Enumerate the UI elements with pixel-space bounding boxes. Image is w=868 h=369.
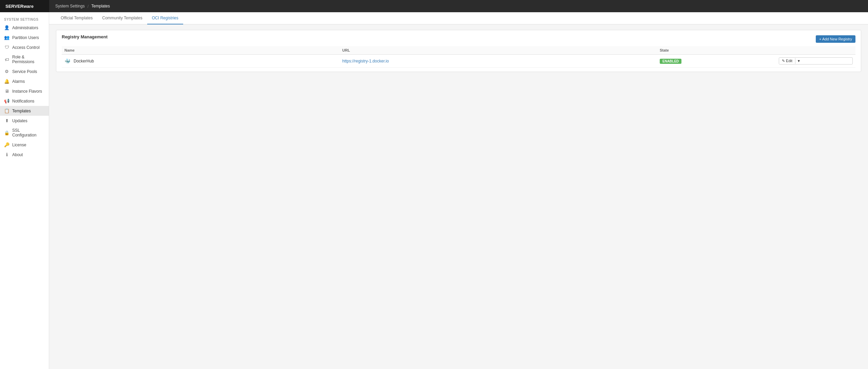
table-header-row: Registry Management + Add New Registry	[62, 34, 855, 43]
tab-official-templates[interactable]: Official Templates	[56, 12, 97, 24]
col-state: State	[657, 46, 776, 55]
registry-actions-cell: ✎ Edit ▼	[776, 55, 855, 68]
sidebar-item-label-templates: Templates	[12, 109, 31, 113]
sidebar-item-administrators[interactable]: 👤 Administrators	[0, 23, 49, 33]
topnav-system-settings[interactable]: System Settings	[53, 4, 87, 8]
administrators-icon: 👤	[4, 25, 9, 30]
table-row: 🐳 DockerHub https://registry-1.docker.io…	[62, 55, 855, 68]
notifications-icon: 📢	[4, 98, 9, 104]
table-header-columns: Name URL State	[62, 46, 855, 55]
sidebar-item-access-control[interactable]: 🛡 Access Control	[0, 42, 49, 52]
tab-oci-registries[interactable]: OCI Registries	[147, 12, 183, 24]
templates-icon: 📋	[4, 108, 9, 113]
tabs-container: Official TemplatesCommunity TemplatesOCI…	[49, 12, 868, 24]
sidebar-item-notifications[interactable]: 📢 Notifications	[0, 96, 49, 106]
top-navigation: System Settings / Templates	[49, 0, 116, 12]
edit-dropdown-button[interactable]: ▼	[795, 58, 802, 64]
license-icon: 🔑	[4, 142, 9, 147]
table-body: 🐳 DockerHub https://registry-1.docker.io…	[62, 55, 855, 68]
sidebar-item-label-instance-flavors: Instance Flavors	[12, 89, 42, 94]
registry-name-cell: 🐳 DockerHub	[62, 55, 340, 68]
status-badge: ENABLED	[660, 59, 681, 64]
registry-table: Name URL State 🐳 DockerHub https://regis…	[62, 46, 855, 68]
sidebar-item-label-partition-users: Partition Users	[12, 35, 39, 40]
sidebar-item-label-access-control: Access Control	[12, 45, 40, 50]
about-icon: ℹ	[4, 152, 9, 157]
sidebar-item-label-alarms: Alarms	[12, 79, 25, 84]
sidebar-item-label-role-permissions: Role & Permissions	[12, 55, 45, 64]
registry-url-link[interactable]: https://registry-1.docker.io	[342, 59, 389, 63]
sidebar-item-label-notifications: Notifications	[12, 99, 34, 104]
edit-btn-group: ✎ Edit ▼	[779, 57, 853, 64]
col-url: URL	[340, 46, 657, 55]
topnav-separator: /	[88, 4, 89, 9]
service-pools-icon: ⚙	[4, 69, 9, 74]
sidebar-item-label-updates: Updates	[12, 118, 27, 123]
ssl-configuration-icon: 🔒	[4, 130, 9, 135]
edit-button[interactable]: ✎ Edit	[779, 58, 795, 64]
col-actions	[776, 46, 855, 55]
sidebar-item-service-pools[interactable]: ⚙ Service Pools	[0, 67, 49, 76]
main-content: Official TemplatesCommunity TemplatesOCI…	[49, 12, 868, 369]
sidebar-item-label-about: About	[12, 152, 23, 157]
instance-flavors-icon: 🖥	[4, 89, 9, 94]
sidebar-item-label-ssl-configuration: SSL Configuration	[12, 128, 45, 137]
content-area: Registry Management + Add New Registry N…	[56, 30, 861, 72]
sidebar-item-license[interactable]: 🔑 License	[0, 140, 49, 150]
sidebar-item-partition-users[interactable]: 👥 Partition Users	[0, 33, 49, 42]
updates-icon: ⬆	[4, 118, 9, 123]
sidebar-section-label: SYSTEM SETTINGS	[0, 15, 49, 23]
table-head: Name URL State	[62, 46, 855, 55]
partition-users-icon: 👥	[4, 35, 9, 40]
sidebar-item-updates[interactable]: ⬆ Updates	[0, 116, 49, 126]
access-control-icon: 🛡	[4, 45, 9, 50]
sidebar-item-label-license: License	[12, 143, 26, 147]
col-name: Name	[62, 46, 340, 55]
registry-management-title: Registry Management	[62, 34, 108, 39]
sidebar: SYSTEM SETTINGS 👤 Administrators 👥 Parti…	[0, 12, 49, 369]
sidebar-item-role-permissions[interactable]: 🏷 Role & Permissions	[0, 52, 49, 67]
sidebar-item-label-administrators: Administrators	[12, 25, 38, 30]
add-new-registry-button[interactable]: + Add New Registry	[816, 35, 855, 43]
sidebar-item-templates[interactable]: 📋 Templates	[0, 106, 49, 116]
alarms-icon: 🔔	[4, 79, 9, 84]
registry-name: DockerHub	[74, 59, 94, 63]
sidebar-item-alarms[interactable]: 🔔 Alarms	[0, 76, 49, 86]
registry-url-cell: https://registry-1.docker.io	[340, 55, 657, 68]
dockerhub-icon: 🐳	[64, 58, 70, 64]
app-brand: SERVERware	[0, 0, 49, 12]
role-permissions-icon: 🏷	[4, 57, 9, 62]
sidebar-item-instance-flavors[interactable]: 🖥 Instance Flavors	[0, 86, 49, 96]
registry-state-cell: ENABLED	[657, 55, 776, 68]
sidebar-item-about[interactable]: ℹ About	[0, 150, 49, 160]
sidebar-item-ssl-configuration[interactable]: 🔒 SSL Configuration	[0, 126, 49, 140]
topnav-templates[interactable]: Templates	[89, 4, 112, 8]
sidebar-item-label-service-pools: Service Pools	[12, 69, 37, 74]
tab-community-templates[interactable]: Community Templates	[97, 12, 147, 24]
